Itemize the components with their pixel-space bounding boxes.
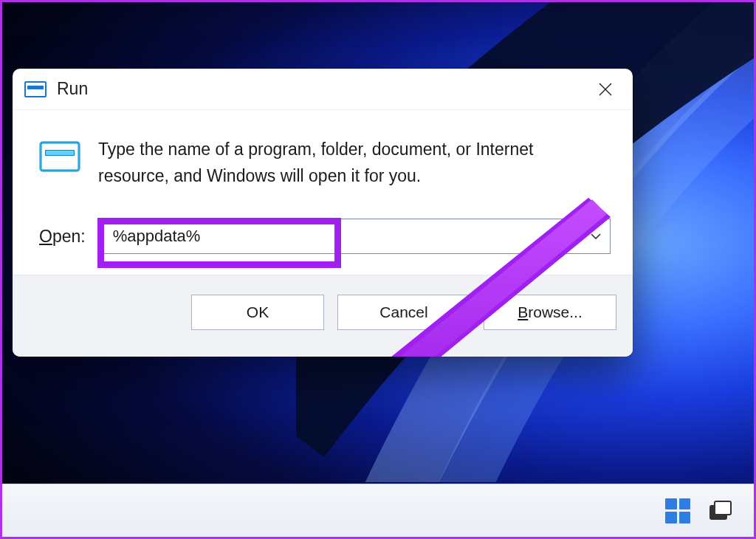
dialog-content: Type the name of a program, folder, docu… — [13, 110, 633, 275]
close-icon — [599, 83, 612, 96]
dialog-description: Type the name of a program, folder, docu… — [98, 137, 611, 189]
svg-rect-5 — [46, 151, 74, 155]
close-button[interactable] — [587, 75, 624, 104]
window-title: Run — [57, 79, 587, 99]
dialog-footer: OK Cancel Browse... — [13, 275, 633, 357]
task-view-button[interactable] — [709, 501, 735, 521]
start-button[interactable] — [665, 498, 690, 523]
svg-rect-2 — [41, 143, 79, 171]
open-input[interactable] — [103, 219, 610, 253]
run-program-icon — [39, 140, 80, 174]
run-titlebar-icon — [24, 81, 47, 97]
open-label: Open: — [39, 227, 86, 247]
ok-button[interactable]: OK — [191, 295, 324, 330]
browse-button[interactable]: Browse... — [484, 295, 616, 330]
desktop-background: Run Type the name of a p — [2, 2, 754, 537]
taskbar[interactable] — [2, 484, 754, 537]
cancel-button[interactable]: Cancel — [337, 295, 470, 330]
run-dialog: Run Type the name of a p — [13, 69, 633, 357]
open-combobox[interactable] — [102, 219, 611, 254]
titlebar[interactable]: Run — [13, 69, 633, 110]
